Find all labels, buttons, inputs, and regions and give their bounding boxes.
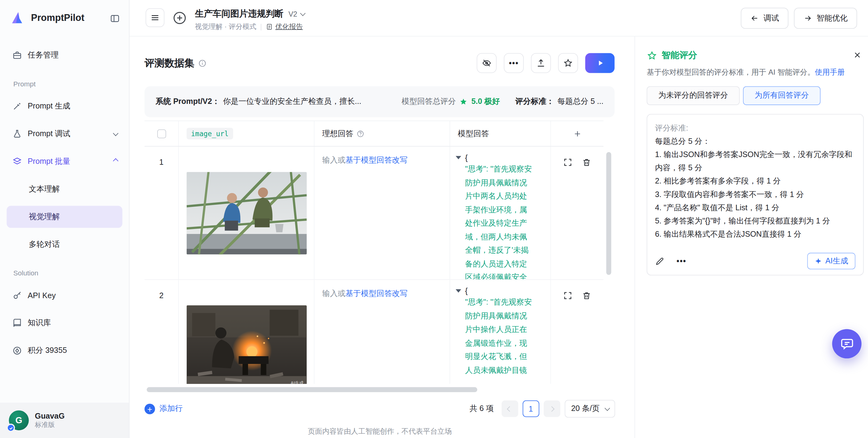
star-icon bbox=[459, 97, 468, 106]
hide-columns-button[interactable] bbox=[476, 53, 497, 73]
new-task-button[interactable] bbox=[172, 10, 187, 26]
more-actions-button[interactable]: ••• bbox=[504, 53, 524, 73]
sidebar-item-label: 文本理解 bbox=[29, 184, 60, 194]
row-image-thumbnail[interactable]: AI生成 bbox=[186, 305, 306, 383]
chevron-left-icon bbox=[507, 406, 513, 411]
criteria-text: 每题总分 5 分：1. 输出JSON和参考答案JSON完全一致，没有冗余字段和内… bbox=[655, 134, 856, 240]
sidebar-item-label: 视觉理解 bbox=[29, 212, 60, 222]
next-page-button[interactable] bbox=[544, 401, 560, 417]
horizontal-scrollbar-thumb[interactable] bbox=[147, 387, 477, 392]
ideal-answer-placeholder: 输入或 bbox=[322, 289, 345, 298]
sidebar-collapse-icon[interactable] bbox=[110, 13, 120, 23]
expand-row-icon[interactable] bbox=[563, 158, 572, 167]
page-number-button[interactable]: 1 bbox=[523, 401, 539, 417]
ai-generate-button[interactable]: AI生成 bbox=[807, 252, 856, 269]
top-header: 生产车间图片违规判断 V2 视觉理解 · 评分模式 优化报告 bbox=[129, 0, 868, 37]
favorite-button[interactable] bbox=[558, 53, 578, 73]
close-icon[interactable] bbox=[853, 51, 862, 59]
rewrite-from-model-link[interactable]: 基于模型回答改写 bbox=[345, 156, 408, 164]
more-options-icon[interactable]: ••• bbox=[677, 257, 686, 266]
smart-optimize-button[interactable]: 智能优化 bbox=[794, 8, 857, 29]
model-answer-json: "思考": "首先观察安防护用具佩戴情况片中操作人员正在金属锻造作业，现明显火花… bbox=[465, 295, 548, 377]
sidebar-item-multiturn-dialog[interactable]: 多轮对话 bbox=[7, 233, 122, 256]
ideal-answer-placeholder: 输入或 bbox=[322, 156, 345, 164]
sidebar-item-points[interactable]: 积分 39355 bbox=[7, 340, 122, 362]
delete-row-icon[interactable] bbox=[582, 158, 591, 167]
divider bbox=[261, 23, 261, 30]
page-size-select[interactable]: 20 条/页 bbox=[565, 400, 615, 418]
dataset-title: 评测数据集 bbox=[145, 57, 194, 70]
chevron-right-icon bbox=[549, 406, 554, 411]
run-evaluation-button[interactable] bbox=[585, 53, 615, 73]
add-row-button[interactable]: + 添加行 bbox=[145, 404, 183, 414]
ai-generated-watermark: AI生成 bbox=[291, 380, 304, 383]
sidebar-item-label: 积分 39355 bbox=[28, 346, 67, 356]
star-outline-icon bbox=[647, 50, 657, 61]
book-icon bbox=[12, 318, 22, 328]
collapse-json-icon[interactable] bbox=[456, 156, 461, 159]
overall-score: 5.0 极好 bbox=[471, 97, 500, 107]
score-all-button[interactable]: 为所有回答评分 bbox=[743, 87, 820, 105]
criteria-editor[interactable]: 评分标准: 每题总分 5 分：1. 输出JSON和参考答案JSON完全一致，没有… bbox=[647, 114, 864, 275]
user-card[interactable]: G GuavaG 标准版 bbox=[0, 403, 129, 438]
sidebar-item-prompt-debug[interactable]: Prompt 调试 bbox=[7, 123, 122, 145]
logo: PromptPilot bbox=[0, 0, 129, 32]
add-column-button[interactable] bbox=[551, 121, 603, 146]
optimization-report-link[interactable]: 优化报告 bbox=[266, 22, 303, 32]
sidebar-item-visual-understanding[interactable]: 视觉理解 bbox=[7, 206, 122, 228]
sidebar-item-prompt-batch[interactable]: Prompt 批量 bbox=[7, 150, 122, 172]
system-prompt-summary-bar[interactable]: 系统 Prompt/V2： 你是一位专业的安全生产检查员，擅长... 模型回答总… bbox=[145, 87, 615, 117]
rewrite-from-model-link[interactable]: 基于模型回答改写 bbox=[345, 289, 408, 298]
row-index: 2 bbox=[145, 280, 179, 383]
edit-pencil-icon[interactable] bbox=[655, 256, 664, 266]
menu-button[interactable] bbox=[146, 8, 164, 27]
briefcase-icon bbox=[12, 50, 22, 60]
version-label: V2 bbox=[288, 10, 297, 18]
debug-button[interactable]: 调试 bbox=[741, 8, 788, 29]
logo-icon bbox=[9, 10, 26, 27]
coin-icon bbox=[12, 346, 22, 356]
chevron-down-icon bbox=[300, 10, 306, 16]
row-image-thumbnail[interactable] bbox=[186, 172, 306, 254]
criteria-field-label: 评分标准: bbox=[655, 121, 856, 134]
sidebar-item-label: 多轮对话 bbox=[29, 239, 60, 249]
scoring-panel-title: 智能评分 bbox=[661, 50, 697, 62]
score-unscored-button[interactable]: 为未评分的回答评分 bbox=[647, 87, 740, 105]
collapse-json-icon[interactable] bbox=[456, 289, 461, 293]
criteria-label: 评分标准： bbox=[516, 97, 554, 107]
question-circle-icon[interactable] bbox=[356, 130, 364, 137]
user-manual-link[interactable]: 使用手册 bbox=[815, 68, 845, 76]
flask-icon bbox=[12, 129, 22, 139]
vertical-scrollbar[interactable] bbox=[606, 152, 611, 275]
chat-support-button[interactable] bbox=[832, 329, 861, 359]
upload-button[interactable] bbox=[531, 53, 551, 73]
total-count: 共 6 项 bbox=[469, 404, 494, 414]
version-dropdown[interactable]: V2 bbox=[288, 10, 304, 18]
sidebar: PromptPilot 任务管理 Prompt Prompt 生成 Prompt… bbox=[0, 0, 129, 438]
json-open-brace: { bbox=[465, 287, 467, 295]
sidebar-item-prompt-gen[interactable]: Prompt 生成 bbox=[7, 95, 122, 117]
table-row: 2 bbox=[145, 280, 604, 383]
sidebar-item-task-mgmt[interactable]: 任务管理 bbox=[7, 44, 122, 66]
chevron-down-icon bbox=[113, 130, 119, 136]
breadcrumb: 视觉理解 · 评分模式 bbox=[195, 22, 256, 32]
prev-page-button[interactable] bbox=[501, 401, 518, 417]
sidebar-item-label: API Key bbox=[28, 291, 56, 300]
expand-row-icon[interactable] bbox=[563, 291, 572, 300]
column-model-answer: 模型回答 bbox=[458, 129, 489, 138]
sidebar-item-text-understanding[interactable]: 文本理解 bbox=[7, 178, 122, 200]
sidebar-item-label: 任务管理 bbox=[28, 50, 59, 60]
select-all-checkbox[interactable] bbox=[157, 129, 166, 138]
chat-bubble-icon bbox=[840, 337, 854, 351]
dataset-panel: 评测数据集 ••• 系统 Prompt/V2 bbox=[129, 37, 635, 438]
sidebar-item-label: Prompt 调试 bbox=[28, 129, 70, 139]
user-plan: 标准版 bbox=[35, 421, 65, 429]
chevron-up-icon bbox=[113, 158, 119, 164]
page-title: 生产车间图片违规判断 bbox=[195, 8, 283, 20]
user-name: GuavaG bbox=[35, 411, 65, 421]
delete-row-icon[interactable] bbox=[582, 291, 591, 300]
sidebar-item-api-key[interactable]: API Key bbox=[7, 284, 122, 306]
sidebar-item-knowledge-base[interactable]: 知识库 bbox=[7, 312, 122, 334]
wand-icon bbox=[12, 101, 22, 111]
info-circle-icon[interactable] bbox=[198, 59, 207, 67]
